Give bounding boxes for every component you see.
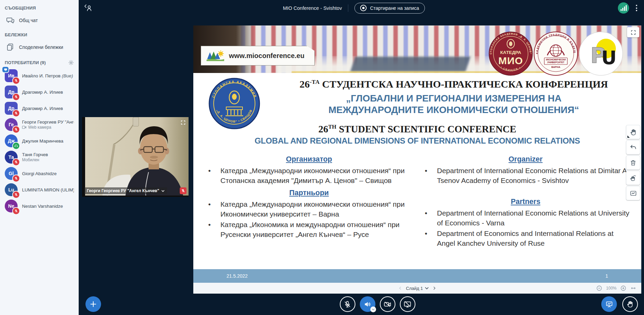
avatar-initials: Др	[8, 89, 15, 95]
zoom-in-button[interactable]	[620, 285, 626, 291]
actions-plus-button[interactable]	[85, 296, 101, 312]
meeting-title: MIO Conference - Svishtov	[283, 5, 342, 11]
webcam-off-icon	[384, 300, 391, 308]
avatar-initials: Др	[8, 106, 15, 111]
avatar: Lu	[5, 183, 18, 196]
user-list-item[interactable]: Та Таня Горчев Мобилен	[5, 149, 74, 165]
partner-item-bg: •Катедра „Икономика и международни отнош…	[204, 220, 414, 240]
next-slide-button[interactable]	[432, 286, 436, 291]
previous-slide-button[interactable]	[398, 286, 403, 291]
user-list-item[interactable]: Ге Георги Георгиев РУ "Ангел Кънч... Web…	[5, 116, 74, 133]
avatar: Др	[5, 86, 18, 98]
user-name: Giorgi Abashidze	[22, 171, 57, 176]
slide-title-bg: 26-ТА СТУДЕНТСКА НАУЧНО-ПРАКТИЧЕСКА КОНФ…	[274, 78, 634, 90]
avatar: Дж	[5, 134, 18, 147]
avatar: Ге	[5, 118, 18, 131]
chat-icon	[5, 16, 15, 25]
varna-university-logo: С АКАДЕМИЧНИ ТРАДИЦИИ В БЪДЕЩЕТО ИКОНОМИ…	[534, 32, 578, 76]
webcam-name-dropdown[interactable]: Георги Георгиев РУ "Ангел Кънчев"	[84, 187, 167, 194]
user-list-item[interactable]: Ив Ивайло И. Петров (Вие)	[5, 68, 74, 84]
slide-banner-image: www.mioconference.eu СТОПАНСКА АКАДЕМИЯ …	[193, 25, 641, 73]
screenshare-badge-icon	[2, 67, 8, 72]
slide-number-dropdown[interactable]: Слайд 1	[406, 286, 429, 291]
organizer-column-bg: Организатор •Катедра „Международни иконо…	[201, 152, 417, 249]
whiteboard-toolbar	[626, 125, 640, 200]
organizer-heading-bg: Организатор	[204, 155, 414, 164]
webcam-icon	[22, 126, 26, 129]
mio-site-label: www.mioconference.eu	[201, 46, 315, 66]
plus-icon	[90, 300, 97, 308]
options-menu-button[interactable]	[635, 3, 639, 13]
raise-hand-button[interactable]	[622, 296, 638, 312]
chevron-down-icon	[161, 190, 164, 192]
presentation-fullscreen-button[interactable]	[627, 27, 639, 37]
sidebar-item-public-chat[interactable]: Общ чат	[5, 13, 74, 27]
svg-text:ИКОНОМИЧЕСКИ: ИКОНОМИЧЕСКИ	[546, 58, 566, 61]
avatar: Та	[5, 151, 18, 164]
muted-badge-icon	[13, 191, 19, 198]
user-name: Драгомир А. Илиев	[22, 90, 63, 95]
user-list-item[interactable]: Др Драгомир А. Илиев	[5, 84, 74, 100]
unmute-microphone-button[interactable]	[340, 296, 355, 312]
connection-status-icon[interactable]	[618, 2, 629, 14]
avatar-initials: Ne	[8, 203, 14, 209]
leave-audio-button[interactable]	[360, 296, 375, 312]
collapse-userlist-button[interactable]	[84, 4, 93, 12]
muted-badge-icon	[13, 208, 19, 214]
presentation-board-icon	[605, 300, 613, 308]
sidebar-item-shared-notes[interactable]: Споделени бележки	[5, 40, 74, 54]
avatar-initials: Дж	[8, 138, 15, 144]
user-name: Джулия Маринчева	[22, 138, 63, 144]
organizer-item-bg: •Катедра „Международни икономически отно…	[204, 166, 414, 186]
user-name: Ивайло И. Петров (Вие)	[22, 73, 73, 78]
user-list-item[interactable]: Дж Джулия Маринчева	[5, 133, 74, 149]
clear-annotations-button[interactable]	[626, 155, 640, 170]
presentation-toolbar: Слайд 1 100%	[193, 283, 641, 294]
partners-heading-bg: Партньори	[204, 189, 414, 197]
user-name: Таня Горчев	[22, 152, 48, 157]
webcam-video-feed	[82, 117, 189, 197]
messages-header: СЪОБЩЕНИЯ	[5, 5, 74, 11]
slide-date: 21.5.2022	[227, 273, 248, 279]
muted-badge-icon	[13, 159, 19, 165]
slide-title-en: 26TH STUDENT SCIENTIFIC CONFERENCE	[201, 124, 634, 135]
slide-subtitle-bg-line2: МЕЖДУНАРОДНИТЕ ИКОНОМИЧЕСКИ ОТНОШЕНИЯ“	[274, 104, 634, 116]
svg-text:МИО: МИО	[499, 55, 523, 66]
slide-subtitle-bg-line1: „ГЛОБАЛНИ И РЕГИОНАЛНИ ИЗМЕРЕНИЯ НА	[274, 93, 634, 104]
share-webcam-button[interactable]	[380, 296, 395, 312]
sidebar-panel: СЪОБЩЕНИЯ Общ чат БЕЛЕЖКИ Споделени беле…	[0, 0, 79, 315]
webcam-muted-badge-icon	[180, 187, 187, 194]
user-list-item[interactable]: Gl Giorgi Abashidze	[5, 165, 74, 182]
avatar: Др	[5, 102, 18, 115]
user-name: Георги Георгиев РУ "Ангел Кънч...	[22, 119, 74, 125]
avatar-initials: Lu	[8, 187, 14, 192]
zoom-out-button[interactable]	[596, 285, 602, 291]
user-list-item[interactable]: Др Драгомир А. Илиев	[5, 100, 74, 116]
multi-user-whiteboard-button[interactable]	[626, 171, 640, 185]
webcam-fullscreen-icon[interactable]	[180, 120, 186, 125]
chevron-down-icon	[425, 287, 429, 290]
screenshare-off-icon	[404, 300, 411, 308]
webcam-video-tile[interactable]: Георги Георгиев РУ "Ангел Кънчев"	[82, 117, 189, 197]
avatar: Ив	[5, 69, 18, 82]
organizer-heading-en: Organizer	[421, 155, 631, 164]
user-list-item[interactable]: Ne Nestan Varshanidze	[5, 198, 74, 214]
audio-options-chevron[interactable]	[370, 307, 376, 312]
palm-rejection-button[interactable]	[626, 186, 640, 200]
undo-button[interactable]	[626, 140, 640, 154]
slide-footer-bar: 21.5.2022 1	[193, 269, 641, 283]
user-device-label: Web камера	[22, 125, 74, 130]
partner-item-bg: •Катедра „Международни икономически отно…	[204, 199, 414, 220]
users-settings-gear-icon[interactable]	[68, 60, 74, 66]
presentation-area: www.mioconference.eu СТОПАНСКА АКАДЕМИЯ …	[193, 25, 641, 294]
user-list-item[interactable]: Lu LUMINITA MIRON (ULIM)	[5, 182, 74, 198]
action-bar	[79, 293, 644, 315]
start-recording-button[interactable]: Стартиране на записа	[354, 3, 425, 14]
main-area: MIO Conference - Svishtov Стартиране на …	[79, 0, 644, 315]
muted-badge-icon	[13, 126, 19, 133]
hand-tool-button[interactable]	[626, 125, 640, 139]
minimize-presentation-button[interactable]	[601, 296, 617, 312]
share-screen-button[interactable]	[400, 296, 415, 312]
fit-width-button[interactable]	[630, 285, 637, 291]
svg-text:U: U	[601, 47, 617, 69]
